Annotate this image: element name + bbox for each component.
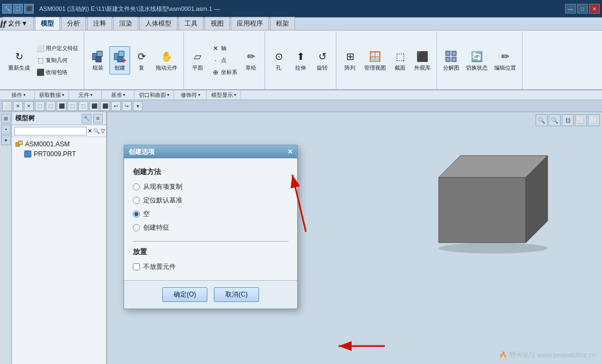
qt-btn-10[interactable]: ⬛ — [100, 101, 110, 111]
manage-view-button[interactable]: 🪟 管理视图 — [361, 46, 389, 75]
getdata-buttons: 组装 + 创建 ⟳ 复 — [88, 33, 180, 88]
extrude-button[interactable]: ⬆ 拉伸 — [290, 46, 311, 75]
radio-copy-from-existing[interactable]: 从现有项复制 — [133, 182, 288, 192]
tab-render[interactable]: 渲染 — [113, 17, 138, 30]
copy-geometry-button[interactable]: ⬚ 复制几何 — [34, 55, 81, 66]
hole-icon: ⊙ — [271, 49, 286, 64]
ribbon-group-cut: ⊞ 阵列 🪟 管理视图 ⬚ 截面 ⬛ 外观库 — [336, 32, 437, 89]
regenerate-button[interactable]: ↻ 重新生成 — [5, 46, 33, 75]
dialog-body: 创建方法 从现有项复制 定位默认基准 空 — [124, 158, 297, 280]
svg-rect-12 — [19, 141, 22, 145]
copy-button[interactable]: ⟳ 复 — [131, 46, 152, 75]
qt-btn-2[interactable]: ✕ — [13, 101, 23, 111]
datum-buttons: ⊙ 孔 ⬆ 拉伸 ↺ 旋转 — [268, 33, 333, 88]
cut-buttons: ⊞ 阵列 🪟 管理视图 ⬚ 截面 ⬛ 外观库 — [340, 33, 433, 88]
if-text: If - — [0, 19, 12, 30]
modifier-buttons: 分解图 🔄 切换状态 ✏ 编辑位置 — [440, 33, 519, 88]
tab-framework[interactable]: 框架 — [270, 17, 295, 30]
shrink-button[interactable]: ⬛ 收缩包络 — [34, 67, 81, 78]
qt-btn-1[interactable]: ⬜ — [2, 101, 12, 111]
tab-human-model[interactable]: 人体模型 — [139, 17, 177, 30]
drag-button[interactable]: ✋ 拖动元件 — [153, 46, 180, 75]
tab-analysis[interactable]: 分析 — [61, 17, 86, 30]
tree-item-prt0009[interactable]: PRT0009.PRT — [23, 149, 104, 159]
axis-button[interactable]: ✕ 轴 — [209, 43, 239, 54]
assemble-button[interactable]: 组装 — [88, 46, 108, 75]
drag-icon: ✋ — [159, 49, 174, 64]
sidebar-list-icon[interactable]: ≡ — [93, 114, 103, 124]
svg-rect-10 — [452, 57, 456, 61]
toggle-button[interactable]: 🔄 切换状态 — [463, 46, 490, 75]
ribbon-group-datum: ⊙ 孔 ⬆ 拉伸 ↺ 旋转 — [265, 32, 336, 89]
array-button[interactable]: ⊞ 阵列 — [340, 46, 360, 75]
qt-btn-3[interactable]: ✕ — [24, 101, 34, 111]
qt-dropdown[interactable]: ▾ — [133, 101, 143, 111]
dialog-title-bar: 创建选项 ✕ — [124, 145, 297, 158]
tab-annotation[interactable]: 注释 — [87, 17, 112, 30]
section-button[interactable]: ⬚ 截面 — [390, 46, 410, 75]
point-button[interactable]: · 点 — [209, 55, 239, 66]
tab-model[interactable]: 模型 — [35, 17, 60, 30]
label-cut[interactable]: 切口和曲面 ▾ — [134, 90, 174, 100]
label-operations[interactable]: 操作 ▾ — [2, 90, 35, 100]
sketch-button[interactable]: ✏ 草绘 — [241, 46, 261, 75]
revolve-button[interactable]: ↺ 旋转 — [312, 46, 333, 75]
edit-position-button[interactable]: ✏ 编辑位置 — [492, 46, 519, 75]
hole-button[interactable]: ⊙ 孔 — [268, 46, 289, 75]
left-btn-grid[interactable]: ⊞ — [1, 114, 11, 124]
maximize-button[interactable]: □ — [577, 4, 588, 14]
label-model-display[interactable]: 模型显示 ▾ — [207, 90, 241, 100]
svg-rect-7 — [446, 51, 450, 55]
sidebar-tool-icon[interactable]: 🔧 — [82, 114, 91, 124]
appearance-icon: ⬛ — [415, 49, 430, 64]
qt-btn-4[interactable]: ⬚ — [35, 101, 45, 111]
dialog-close-button[interactable]: ✕ — [287, 148, 293, 156]
close-button[interactable]: ✕ — [589, 4, 600, 14]
qt-btn-9[interactable]: ⬛ — [89, 101, 99, 111]
left-toolbar: ⊞ • ✦ — [0, 112, 12, 364]
label-getdata[interactable]: 获取数据 ▾ — [35, 90, 69, 100]
radio-default-datum[interactable]: 定位默认基准 — [133, 196, 288, 205]
qt-btn-6[interactable]: ⬛ — [57, 101, 66, 111]
edit-position-icon: ✏ — [497, 49, 513, 64]
manage-view-icon: 🪟 — [367, 49, 383, 64]
confirm-button[interactable]: 确定(O) — [162, 287, 207, 302]
sidebar-search-input[interactable] — [14, 127, 87, 135]
create-button[interactable]: + 创建 — [109, 46, 130, 75]
qt-btn-5[interactable]: ⬚ — [46, 101, 56, 111]
label-modifier[interactable]: 修饰符 ▾ — [174, 90, 207, 100]
label-datum[interactable]: 基准 ▾ — [102, 90, 134, 100]
label-component[interactable]: 元件 ▾ — [69, 90, 102, 100]
extrude-icon: ⬆ — [293, 49, 308, 64]
no-place-checkbox[interactable]: 不放置元件 — [133, 262, 288, 272]
app-icon: 🔧 — [2, 4, 12, 14]
title-controls[interactable]: — □ ✕ — [565, 4, 600, 14]
qt-btn-8[interactable]: ⬚ — [78, 101, 88, 111]
appearance-button[interactable]: ⬛ 外观库 — [411, 46, 433, 75]
svg-rect-8 — [452, 51, 456, 55]
search-icon[interactable]: 🔍 — [93, 127, 100, 135]
undo-button[interactable]: ↩ — [111, 101, 121, 111]
left-btn-dot[interactable]: • — [1, 125, 11, 134]
plane-button[interactable]: ▱ 平面 — [187, 46, 208, 75]
filter-icon[interactable]: ▽ — [101, 127, 105, 135]
tree-item-asm0001[interactable]: ASM0001.ASM — [14, 139, 104, 149]
tab-view[interactable]: 视图 — [205, 17, 230, 30]
tab-tools[interactable]: 工具 — [179, 17, 204, 30]
tab-applications[interactable]: 应用程序 — [231, 17, 269, 30]
title-bar: 🔧 ⬚ ⬛ ASM0001 (活动的) E:\11\新建文件夹\流水线模型\as… — [0, 0, 602, 17]
ribbon-labels-row: 操作 ▾ 获取数据 ▾ 元件 ▾ 基准 ▾ 切口和曲面 ▾ 修饰符 ▾ 模型显示… — [0, 90, 602, 100]
user-feature-icon: ⬜ — [36, 44, 45, 53]
user-feature-button[interactable]: ⬜ 用户定义特征 — [34, 43, 81, 54]
clear-search-icon[interactable]: ✕ — [88, 127, 92, 135]
app-icon-2: ⬚ — [13, 4, 23, 14]
qt-btn-7[interactable]: ⬚ — [67, 101, 77, 111]
explode-button[interactable]: 分解图 — [440, 46, 462, 75]
radio-create-feature[interactable]: 创建特征 — [133, 223, 288, 232]
coordinate-button[interactable]: ⊕ 坐标系 — [209, 67, 239, 78]
left-btn-star[interactable]: ✦ — [1, 135, 11, 145]
radio-empty[interactable]: 空 — [133, 209, 288, 219]
cancel-button[interactable]: 取消(C) — [214, 287, 259, 302]
minimize-button[interactable]: — — [565, 4, 576, 14]
redo-button[interactable]: ↪ — [122, 101, 132, 111]
